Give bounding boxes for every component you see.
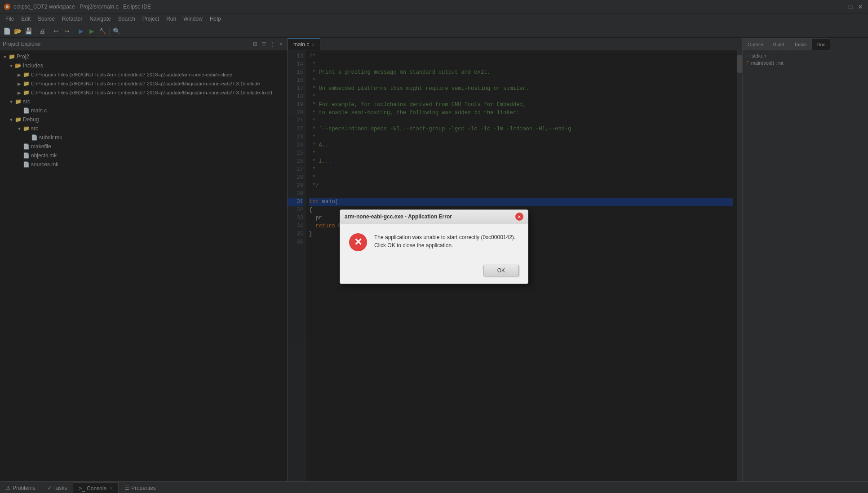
- modal-ok-button[interactable]: OK: [483, 265, 519, 276]
- modal-footer: OK: [340, 260, 528, 284]
- modal-title: arm-none-eabi-gcc.exe - Application Erro…: [345, 213, 515, 220]
- modal-dialog: arm-none-eabi-gcc.exe - Application Erro…: [340, 209, 528, 284]
- modal-titlebar: arm-none-eabi-gcc.exe - Application Erro…: [340, 210, 528, 224]
- modal-close-button[interactable]: ×: [515, 213, 523, 221]
- modal-body: ✕ The application was unable to start co…: [340, 224, 528, 260]
- modal-message: The application was unable to start corr…: [374, 233, 519, 249]
- modal-error-icon: ✕: [349, 233, 367, 251]
- modal-overlay: arm-none-eabi-gcc.exe - Application Erro…: [0, 0, 868, 493]
